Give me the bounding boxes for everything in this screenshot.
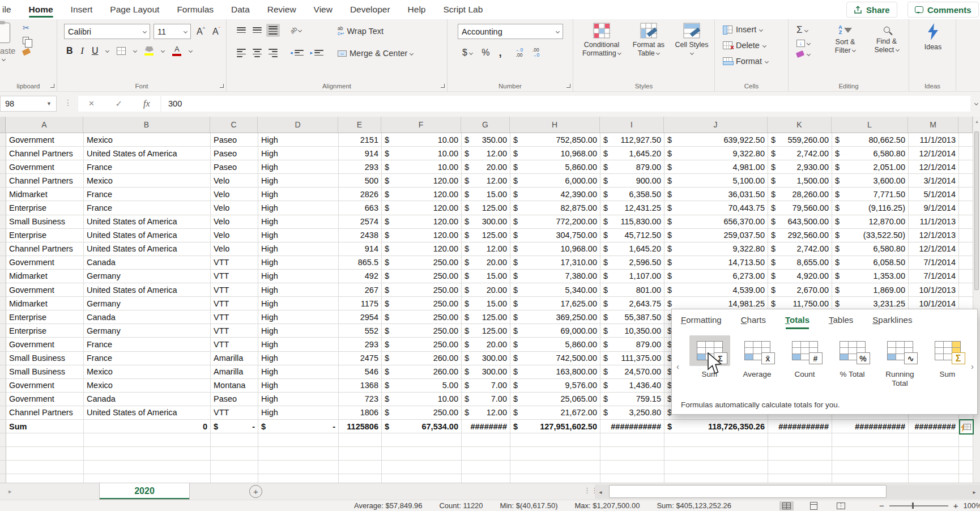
cell[interactable]: $125.00 xyxy=(462,229,510,242)
cell[interactable]: $759.15 xyxy=(600,393,664,406)
cell[interactable] xyxy=(664,447,768,461)
zoom-out-button[interactable]: − xyxy=(879,501,884,510)
cell[interactable]: $12,870.00 xyxy=(832,215,909,229)
cell[interactable]: $3,600.00 xyxy=(832,174,909,188)
cell[interactable]: $900.00 xyxy=(600,174,664,188)
cell[interactable]: $120.00 xyxy=(382,201,462,215)
cell[interactable]: $300.00 xyxy=(462,352,510,365)
cell[interactable] xyxy=(959,433,973,447)
cell[interactable]: United States of America xyxy=(84,406,211,420)
cell[interactable]: $120.00 xyxy=(382,174,462,188)
cell[interactable]: $1,500.00 xyxy=(768,174,832,188)
font-name-combo[interactable]: Calibri xyxy=(64,24,150,39)
cell[interactable]: Canada xyxy=(84,393,211,406)
cell[interactable]: Enterprise xyxy=(6,201,84,215)
cell[interactable]: 1806 xyxy=(339,406,382,420)
cell[interactable]: $2,051.00 xyxy=(832,160,909,174)
insert-function-button[interactable]: fx xyxy=(143,99,150,109)
cell[interactable]: High xyxy=(258,406,339,420)
merge-center-button[interactable]: ↔ Merge & Center xyxy=(338,49,413,58)
cell[interactable] xyxy=(0,461,6,474)
cell[interactable] xyxy=(0,352,6,365)
cell[interactable] xyxy=(462,447,510,461)
column-header-M[interactable]: M xyxy=(908,117,958,133)
cell[interactable]: 2826 xyxy=(339,188,382,201)
cell[interactable]: $28,260.00 xyxy=(768,188,832,201)
cell[interactable] xyxy=(510,447,600,461)
cell[interactable]: $10.00 xyxy=(382,160,462,174)
cell[interactable]: $643,500.00 xyxy=(768,215,832,229)
bold-button[interactable]: B xyxy=(66,46,73,56)
cell[interactable]: $250.00 xyxy=(382,256,462,270)
cell[interactable] xyxy=(0,447,6,461)
cell[interactable]: $111,375.00 xyxy=(600,352,664,365)
cell[interactable] xyxy=(0,133,6,147)
cell[interactable]: $10,968.00 xyxy=(510,242,600,256)
cell[interactable]: High xyxy=(258,283,339,297)
cell[interactable]: Germany xyxy=(84,270,211,283)
cell[interactable]: France xyxy=(84,352,211,365)
cell[interactable]: 723 xyxy=(339,393,382,406)
cell[interactable]: High xyxy=(258,256,339,270)
italic-button[interactable]: I xyxy=(81,46,84,56)
cell[interactable] xyxy=(959,474,973,483)
qa-item-sum-5[interactable]: ΣSum xyxy=(927,335,968,387)
cell[interactable]: Small Business xyxy=(6,352,84,365)
cell[interactable]: $25,065.00 xyxy=(510,393,600,406)
bottom-align-button[interactable] xyxy=(266,24,280,37)
cell[interactable]: $1,107.00 xyxy=(600,270,664,283)
horizontal-scrollbar[interactable]: ◂ ▸ xyxy=(595,484,980,499)
cell[interactable] xyxy=(258,447,339,461)
qa-item-running-total-4[interactable]: ∿Running Total xyxy=(879,335,921,387)
cell[interactable]: 2954 xyxy=(339,310,382,324)
column-header-A[interactable]: A xyxy=(6,117,83,133)
align-right-button[interactable] xyxy=(266,46,280,59)
qa-tab-totals[interactable]: Totals xyxy=(785,315,809,325)
cell[interactable]: $250.00 xyxy=(382,297,462,310)
qa-item-average-1[interactable]: x̄Average xyxy=(736,335,778,387)
cell[interactable]: $6,358.50 xyxy=(600,188,664,201)
cell[interactable]: $17,625.00 xyxy=(510,297,600,310)
sheet-nav-right-icon[interactable]: ▸ xyxy=(8,488,12,495)
cell[interactable]: Channel Partners xyxy=(6,242,84,256)
cell[interactable] xyxy=(0,297,6,310)
cell[interactable]: United States of America xyxy=(84,283,211,297)
select-all-corner[interactable] xyxy=(0,117,6,133)
cell[interactable]: $350.00 xyxy=(462,133,510,147)
cell[interactable] xyxy=(959,229,973,242)
cell[interactable] xyxy=(664,461,768,474)
cell[interactable]: High xyxy=(258,188,339,201)
alignment-dialog-launcher-icon[interactable] xyxy=(441,84,445,88)
cell[interactable]: $125.00 xyxy=(462,201,510,215)
cell[interactable]: $112,927.50 xyxy=(600,133,664,147)
sort-filter-button[interactable]: AZ Sort &Filter xyxy=(825,25,866,55)
cell[interactable]: $300.00 xyxy=(462,215,510,229)
cell[interactable]: $3,250.80 xyxy=(600,406,664,420)
cell[interactable]: $5,100.00 xyxy=(664,174,768,188)
cell[interactable] xyxy=(0,324,6,338)
cell[interactable]: $20.00 xyxy=(462,283,510,297)
ribbon-tab-page-layout[interactable]: Page Layout xyxy=(110,0,159,19)
cell[interactable]: $12.00 xyxy=(462,147,510,160)
name-box[interactable]: 98 ▼ xyxy=(0,96,57,112)
cell[interactable]: VTT xyxy=(211,324,258,338)
cell[interactable] xyxy=(211,447,258,461)
wrap-text-button[interactable]: abc↩ Wrap Text xyxy=(338,26,384,36)
cell[interactable]: $- xyxy=(258,420,339,433)
formula-input[interactable]: 300 xyxy=(161,96,970,112)
column-header-C[interactable]: C xyxy=(210,117,258,133)
cell[interactable]: $42,390.00 xyxy=(510,188,600,201)
cell[interactable]: 12/1/2014 xyxy=(909,242,959,256)
cell[interactable] xyxy=(600,461,664,474)
cell[interactable] xyxy=(0,201,6,215)
cell[interactable]: $163,800.00 xyxy=(510,365,600,379)
cell[interactable]: 500 xyxy=(339,174,382,188)
cell[interactable] xyxy=(211,461,258,474)
cell[interactable] xyxy=(959,283,973,297)
cell[interactable] xyxy=(664,474,768,483)
cell[interactable]: $260.00 xyxy=(382,365,462,379)
zoom-slider-thumb[interactable] xyxy=(912,503,914,509)
cell[interactable]: Paseo xyxy=(211,393,258,406)
cell[interactable] xyxy=(211,474,258,483)
cell[interactable] xyxy=(600,447,664,461)
